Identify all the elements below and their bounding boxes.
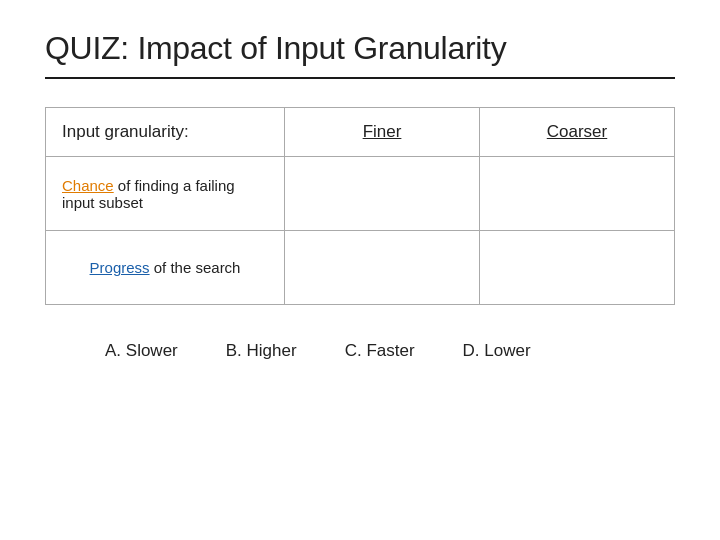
title-divider xyxy=(45,77,675,79)
answer-b-text: Higher xyxy=(247,341,297,360)
row2-label-rest: of the search xyxy=(150,259,241,276)
row2-finer-cell xyxy=(285,231,480,305)
row1-coarser-cell xyxy=(480,157,675,231)
answer-b-letter: B. xyxy=(226,341,242,360)
answer-d-letter: D. xyxy=(463,341,480,360)
row1-label-cell: Chance of finding a failing input subset xyxy=(46,157,285,231)
chance-link[interactable]: Chance xyxy=(62,177,114,194)
answer-a: A. Slower xyxy=(105,341,178,361)
answer-c-text: Faster xyxy=(366,341,414,360)
table-row: Progress of the search xyxy=(46,231,675,305)
answer-c-letter: C. xyxy=(345,341,362,360)
row1-finer-cell xyxy=(285,157,480,231)
header-finer-text: Finer xyxy=(363,122,402,141)
quiz-table: Input granularity: Finer Coarser Chance … xyxy=(45,107,675,305)
header-label-text: Input granularity: xyxy=(62,122,189,141)
page-title: QUIZ: Impact of Input Granularity xyxy=(45,30,675,67)
table-row: Chance of finding a failing input subset xyxy=(46,157,675,231)
header-coarser-text: Coarser xyxy=(547,122,607,141)
row2-label-cell: Progress of the search xyxy=(46,231,285,305)
page: QUIZ: Impact of Input Granularity Input … xyxy=(0,0,720,540)
answer-d-text: Lower xyxy=(484,341,530,360)
progress-link[interactable]: Progress xyxy=(90,259,150,276)
header-label-cell: Input granularity: xyxy=(46,108,285,157)
answers-container: A. Slower B. Higher C. Faster D. Lower xyxy=(45,341,675,361)
answer-a-text: Slower xyxy=(126,341,178,360)
answer-d: D. Lower xyxy=(463,341,531,361)
answer-b: B. Higher xyxy=(226,341,297,361)
header-coarser-cell: Coarser xyxy=(480,108,675,157)
answer-a-letter: A. xyxy=(105,341,121,360)
row2-coarser-cell xyxy=(480,231,675,305)
answer-c: C. Faster xyxy=(345,341,415,361)
header-finer-cell: Finer xyxy=(285,108,480,157)
quiz-table-container: Input granularity: Finer Coarser Chance … xyxy=(45,107,675,305)
